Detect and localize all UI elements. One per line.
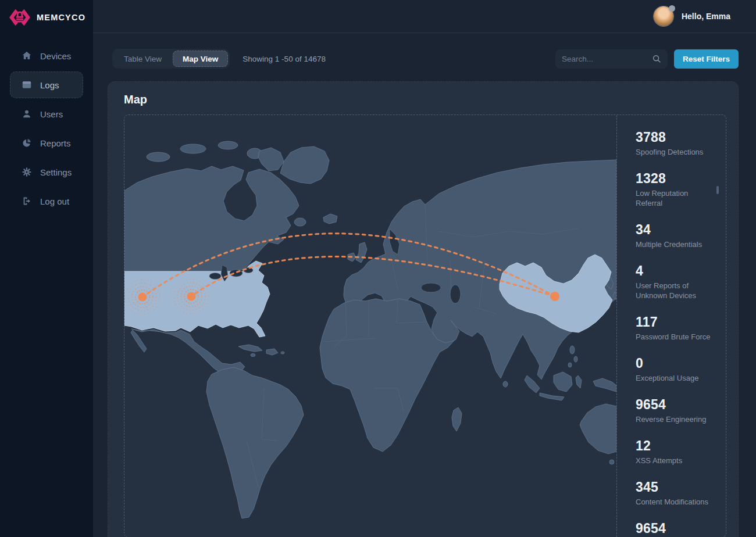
stat-value: 1328 (636, 171, 718, 185)
world-map[interactable] (124, 115, 616, 537)
sidebar-item-logs[interactable]: Logs (10, 71, 83, 98)
sidebar-item-reports[interactable]: Reports (10, 130, 83, 156)
stat-label: Exceptional Usage (636, 374, 717, 384)
origin-marker-china[interactable] (550, 292, 559, 301)
stat-item: 9654Reverse Engineering (636, 398, 718, 425)
sidebar-item-log-out[interactable]: Log out (10, 188, 83, 214)
toolbar: Table View Map View Showing 1 -50 of 146… (108, 49, 739, 69)
stat-item: 117Password Brute Force (636, 315, 718, 342)
view-toggle: Table View Map View (112, 49, 230, 69)
reset-filters-button[interactable]: Reset Filters (674, 49, 739, 69)
stat-item: 12XSS Attempts (636, 439, 718, 466)
stat-label: User Reports of Unknown Devices (636, 281, 717, 301)
stat-value: 9654 (636, 398, 718, 411)
pie-chart-icon (22, 138, 32, 148)
stat-item: 4User Reports of Unknown Devices (636, 264, 718, 301)
stat-label: Reverse Engineering (636, 415, 717, 425)
content: Table View Map View Showing 1 -50 of 146… (93, 33, 756, 537)
stat-value: 345 (636, 480, 718, 494)
stats-panel: 3788Spoofing Detections1328Low Reputatio… (617, 115, 726, 537)
stat-item: 0Exceptional Usage (636, 356, 718, 384)
stat-label: Low Reputation Referral (636, 189, 717, 209)
sidebar-item-label: Log out (40, 196, 69, 206)
map-panel: 3788Spoofing Detections1328Low Reputatio… (124, 114, 726, 537)
sidebar-item-label: Settings (40, 167, 72, 177)
table-view-button[interactable]: Table View (114, 51, 172, 67)
stat-item: 9654Reverse Engineering (636, 521, 718, 537)
brand-name: MEMCYCO (37, 13, 85, 22)
search-icon (652, 54, 661, 63)
sidebar: MEMCYCO DevicesLogsUsersReportsSettingsL… (0, 0, 93, 537)
stat-value: 12 (636, 439, 718, 453)
sidebar-item-devices[interactable]: Devices (10, 42, 83, 69)
stat-value: 4 (636, 264, 718, 278)
stat-label: Multiple Credentials (636, 240, 717, 250)
stat-value: 9654 (636, 521, 718, 535)
stat-item: 345Content Modifications (636, 480, 718, 507)
stat-label: Spoofing Detections (636, 148, 717, 157)
stats-panel-list: 3788Spoofing Detections1328Low Reputatio… (636, 130, 718, 537)
sidebar-item-settings[interactable]: Settings (10, 159, 83, 185)
sidebar-item-label: Devices (40, 51, 71, 61)
stat-item: 34Multiple Credentials (636, 223, 718, 250)
stat-value: 0 (636, 356, 718, 370)
map-card-title: Map (124, 92, 738, 107)
stat-value: 117 (636, 315, 718, 329)
stat-label: XSS Attempts (636, 456, 717, 466)
stat-label: Content Modifications (636, 497, 717, 507)
stat-item: 3788Spoofing Detections (636, 130, 718, 157)
user-greeting: Hello, Emma (682, 12, 730, 21)
stat-label: Password Brute Force (636, 332, 717, 342)
sidebar-item-label: Reports (40, 138, 71, 148)
brand-logo: MEMCYCO (0, 0, 93, 33)
map-card: Map (108, 81, 739, 537)
world-map-svg (124, 115, 616, 537)
logout-icon (22, 196, 32, 206)
stats-scrollbar-thumb[interactable] (716, 186, 719, 194)
search-box (555, 49, 668, 69)
stat-item: 1328Low Reputation Referral (636, 171, 718, 209)
users-icon (22, 109, 32, 119)
stat-value: 3788 (636, 130, 718, 144)
sidebar-item-label: Logs (40, 80, 59, 90)
search-input[interactable] (562, 55, 647, 63)
stat-value: 34 (636, 223, 718, 237)
home-icon (22, 51, 32, 61)
gear-icon (22, 167, 32, 177)
logs-icon (22, 80, 32, 90)
avatar[interactable] (654, 6, 673, 26)
sidebar-item-label: Users (40, 109, 63, 119)
sidebar-item-users[interactable]: Users (10, 101, 83, 127)
memcyco-logo-icon (8, 6, 31, 29)
showing-count-text: Showing 1 -50 of 14678 (243, 55, 326, 63)
topbar: Hello, Emma (93, 0, 756, 33)
sidebar-nav: DevicesLogsUsersReportsSettingsLog out (0, 42, 93, 217)
map-view-button[interactable]: Map View (173, 51, 228, 67)
